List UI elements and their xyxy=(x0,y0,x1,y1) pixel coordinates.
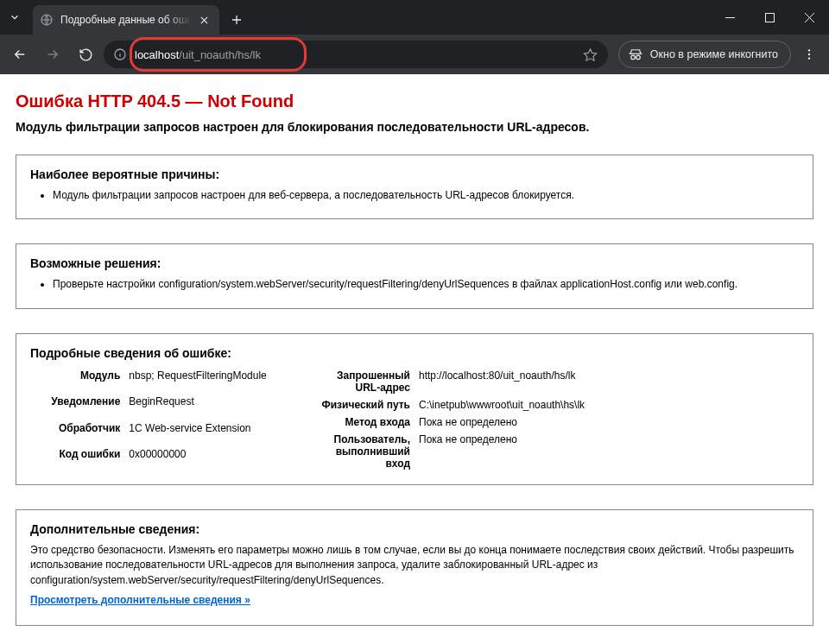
incognito-icon xyxy=(628,47,643,62)
section-heading: Подробные сведения об ошибке: xyxy=(30,346,799,360)
address-bar[interactable]: localhost/uit_noauth/hs/lk xyxy=(104,41,608,68)
browser-menu-button[interactable] xyxy=(794,40,824,69)
detail-label: Обработчик xyxy=(30,420,125,446)
tab-search-chevron[interactable] xyxy=(0,0,29,35)
detail-value: 1C Web-service Extension xyxy=(125,420,307,446)
new-tab-button[interactable] xyxy=(225,5,249,35)
detail-value: http://localhost:80/uit_noauth/hs/lk xyxy=(415,367,799,396)
detail-value: BeginRequest xyxy=(125,393,307,420)
url-path: /uit_noauth/hs/lk xyxy=(179,48,261,61)
svg-point-7 xyxy=(808,54,810,55)
detail-value: Пока не определено xyxy=(415,414,799,431)
reload-button[interactable] xyxy=(71,40,100,69)
bookmark-star-icon[interactable] xyxy=(583,47,598,62)
globe-icon xyxy=(40,13,54,27)
toolbar: localhost/uit_noauth/hs/lk Окно в режиме… xyxy=(0,35,829,74)
detail-value: Пока не определено xyxy=(415,431,799,472)
detail-label: Физический путь xyxy=(313,396,415,414)
detail-label: Уведомление xyxy=(30,393,125,420)
browser-tab[interactable]: Подробные данные об ошибк xyxy=(33,5,219,35)
detail-label: Метод входа xyxy=(313,414,415,431)
detail-value: 0x00000000 xyxy=(125,445,307,472)
window-close-button[interactable] xyxy=(789,0,829,35)
detail-value: nbsp; RequestFilteringModule xyxy=(125,367,307,394)
section-details: Подробные сведения об ошибке: Модульnbsp… xyxy=(16,333,813,485)
window-minimize-button[interactable] xyxy=(710,0,750,35)
section-heading: Дополнительные сведения: xyxy=(30,522,799,536)
details-left-table: Модульnbsp; RequestFilteringModule Уведо… xyxy=(30,367,307,472)
error-subtitle: Модуль фильтрации запросов настроен для … xyxy=(16,120,813,134)
incognito-label: Окно в режиме инкогнито xyxy=(650,48,778,60)
more-info-link[interactable]: Просмотреть дополнительные сведения » xyxy=(30,594,250,606)
svg-point-4 xyxy=(631,55,636,60)
svg-point-6 xyxy=(808,49,810,51)
tab-title: Подробные данные об ошибк xyxy=(60,14,192,26)
detail-label: Код ошибки xyxy=(30,445,125,472)
incognito-chip[interactable]: Окно в режиме инкогнито xyxy=(618,41,791,68)
section-things-to-try: Возможные решения: Проверьте настройки c… xyxy=(16,243,813,308)
section-more-info: Дополнительные сведения: Это средство бе… xyxy=(16,509,813,627)
svg-point-8 xyxy=(808,57,810,59)
back-button[interactable] xyxy=(5,40,35,69)
titlebar: Подробные данные об ошибк xyxy=(0,0,829,35)
section-heading: Возможные решения: xyxy=(30,256,799,270)
list-item: Модуль фильтрации запросов настроен для … xyxy=(53,188,799,203)
more-info-text: Это средство безопасности. Изменять его … xyxy=(30,543,799,588)
site-info-icon[interactable] xyxy=(112,47,128,62)
detail-label: Запрошенный URL-адрес xyxy=(313,367,415,396)
svg-rect-1 xyxy=(765,13,774,22)
window-maximize-button[interactable] xyxy=(750,0,789,35)
page-content: Ошибка HTTP 404.5 — Not Found Модуль фил… xyxy=(0,74,829,644)
detail-label: Пользователь, выполнивший вход xyxy=(313,431,415,472)
section-heading: Наиболее вероятные причины: xyxy=(30,167,799,181)
detail-label: Модуль xyxy=(30,367,125,394)
svg-marker-3 xyxy=(584,48,596,60)
error-title: Ошибка HTTP 404.5 — Not Found xyxy=(16,92,813,111)
detail-value: C:\inetpub\wwwroot\uit_noauth\hs\lk xyxy=(415,396,799,414)
list-item: Проверьте настройки configuration/system… xyxy=(53,277,799,292)
tab-close-icon[interactable] xyxy=(197,13,211,27)
url-host: localhost xyxy=(135,48,179,61)
section-causes: Наиболее вероятные причины: Модуль фильт… xyxy=(16,155,813,219)
forward-button xyxy=(38,40,67,69)
svg-point-5 xyxy=(636,55,641,60)
details-right-table: Запрошенный URL-адресhttp://localhost:80… xyxy=(313,367,799,472)
